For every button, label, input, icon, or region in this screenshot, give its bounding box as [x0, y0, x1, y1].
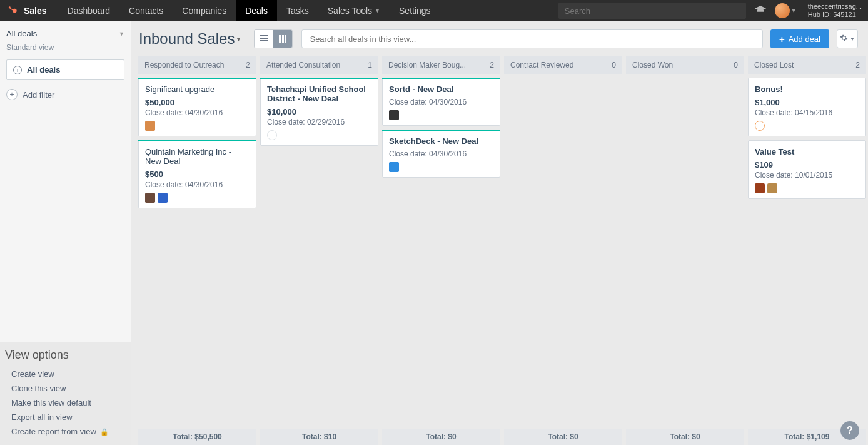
- board-column: Responded to Outreach2Significant upgrad…: [136, 56, 258, 445]
- deal-avatars: [145, 193, 250, 203]
- deal-card[interactable]: SketchDeck - New DealClose date: 04/30/2…: [382, 130, 500, 178]
- alldeals-filter-label: All deals: [27, 65, 60, 74]
- column-body: Significant upgrade$50,000Close date: 04…: [138, 78, 256, 429]
- column-name: Closed Won: [632, 61, 673, 69]
- column-header[interactable]: Decision Maker Boug...2: [382, 56, 500, 74]
- deal-avatars: [267, 130, 371, 140]
- deal-card[interactable]: Significant upgrade$50,000Close date: 04…: [138, 78, 256, 136]
- column-header[interactable]: Closed Won0: [626, 56, 744, 74]
- content-header: Inbound Sales ▾ + Add deal ▼: [131, 21, 868, 56]
- svg-point-0: [13, 9, 17, 13]
- company-avatar-icon: [389, 110, 399, 120]
- user-avatar[interactable]: [775, 3, 790, 18]
- settings-button[interactable]: ▼: [837, 29, 858, 48]
- company-avatar-icon: [145, 121, 155, 131]
- deal-card[interactable]: Bonus!$1,000Close date: 04/15/2016: [748, 78, 866, 136]
- view-selector[interactable]: All deals ▼: [6, 26, 124, 41]
- add-filter-button[interactable]: + Add filter: [0, 80, 131, 109]
- deal-card[interactable]: Tehachapi Unified School District - New …: [260, 78, 378, 146]
- deal-amount: $50,000: [145, 98, 250, 107]
- view-option-report[interactable]: Create report from view🔒: [4, 424, 127, 439]
- card-progress-bar: [260, 78, 378, 79]
- hubspot-logo-icon: [0, 6, 24, 16]
- view-option-create[interactable]: Create view: [4, 367, 127, 381]
- help-button[interactable]: ?: [840, 421, 859, 440]
- deal-title: Bonus!: [755, 84, 859, 94]
- card-progress-bar: [382, 78, 500, 79]
- column-body: Bonus!$1,000Close date: 04/15/2016Value …: [748, 78, 866, 429]
- column-count: 2: [246, 61, 250, 69]
- view-toggle: [254, 29, 293, 48]
- column-count: 0: [734, 61, 738, 69]
- kanban-board: Responded to Outreach2Significant upgrad…: [131, 56, 868, 445]
- nav-salestools[interactable]: Sales Tools▼: [318, 0, 390, 21]
- board-view-button[interactable]: [273, 30, 292, 48]
- column-name: Closed Lost: [754, 61, 794, 69]
- view-options-title: View options: [4, 349, 127, 367]
- chevron-down-icon[interactable]: ▼: [791, 8, 797, 14]
- view-option-default[interactable]: Make this view default: [4, 396, 127, 410]
- column-total: Total: $0: [382, 429, 500, 445]
- deal-close-date: Close date: 02/29/2016: [267, 118, 371, 126]
- loading-avatar-icon: [755, 121, 765, 131]
- board-column: Closed Won0Total: $0: [624, 56, 746, 445]
- column-total: Total: $50,500: [138, 429, 256, 445]
- deal-close-date: Close date: 04/30/2016: [389, 150, 493, 158]
- deal-card[interactable]: Sortd - New DealClose date: 04/30/2016: [382, 78, 500, 126]
- nav-companies[interactable]: Companies: [173, 0, 236, 21]
- deal-title: Significant upgrade: [145, 84, 250, 94]
- view-option-export[interactable]: Export all in view: [4, 410, 127, 424]
- table-view-button[interactable]: [255, 30, 273, 48]
- deal-close-date: Close date: 04/30/2016: [145, 180, 250, 189]
- global-search-input[interactable]: [558, 3, 746, 19]
- brand-label: Sales: [24, 6, 58, 16]
- svg-rect-2: [9, 8, 13, 11]
- deal-amount: $10,000: [267, 107, 371, 116]
- nav-dashboard[interactable]: Dashboard: [58, 0, 120, 21]
- deal-amount: $500: [145, 170, 250, 179]
- board-icon: [279, 35, 286, 43]
- deal-amount: $1,000: [755, 98, 859, 107]
- column-body: Sortd - New DealClose date: 04/30/2016Sk…: [382, 78, 500, 429]
- column-total: Total: $0: [626, 429, 744, 445]
- deal-title: Value Test: [755, 147, 859, 156]
- plus-icon: +: [6, 89, 18, 100]
- deal-close-date: Close date: 04/30/2016: [389, 98, 493, 106]
- pipeline-selector[interactable]: Inbound Sales ▾: [139, 30, 240, 48]
- deal-title: SketchDeck - New Deal: [389, 136, 493, 146]
- view-option-report-label: Create report from view: [11, 427, 96, 436]
- chevron-down-icon: ▼: [850, 36, 855, 42]
- deal-close-date: Close date: 04/30/2016: [145, 108, 250, 117]
- lock-icon: 🔒: [100, 428, 109, 436]
- nav-deals[interactable]: Deals: [236, 0, 277, 21]
- deals-search: [301, 29, 762, 48]
- card-progress-bar: [138, 78, 256, 79]
- academy-icon[interactable]: [755, 5, 766, 16]
- deal-avatars: [389, 110, 493, 120]
- deals-search-input[interactable]: [301, 29, 762, 48]
- column-total: Total: $10: [260, 429, 378, 445]
- add-deal-button[interactable]: + Add deal: [770, 29, 829, 48]
- chevron-down-icon: ▼: [119, 31, 124, 37]
- view-option-clone[interactable]: Clone this view: [4, 381, 127, 396]
- board-column: Decision Maker Boug...2Sortd - New DealC…: [380, 56, 502, 445]
- nav-settings[interactable]: Settings: [390, 0, 440, 21]
- column-header[interactable]: Closed Lost2: [748, 56, 866, 74]
- add-deal-label: Add deal: [789, 34, 820, 44]
- card-progress-bar: [138, 140, 256, 141]
- nav-tasks[interactable]: Tasks: [277, 0, 318, 21]
- column-header[interactable]: Attended Consultation1: [260, 56, 378, 74]
- global-search: [558, 3, 746, 19]
- column-count: 2: [490, 61, 494, 69]
- view-selector-label: All deals: [6, 29, 37, 38]
- alldeals-filter-button[interactable]: i All deals: [6, 59, 124, 80]
- nav-contacts[interactable]: Contacts: [119, 0, 173, 21]
- user-block[interactable]: theeccentricsag... Hub ID: 545121: [800, 3, 868, 19]
- pipeline-title-label: Inbound Sales: [139, 30, 235, 48]
- column-header[interactable]: Contract Reviewed0: [504, 56, 622, 74]
- board-column: Contract Reviewed0Total: $0: [502, 56, 624, 445]
- hubid-label: Hub ID: 545121: [808, 11, 862, 19]
- deal-card[interactable]: Value Test$109Close date: 10/01/2015: [748, 140, 866, 199]
- column-header[interactable]: Responded to Outreach2: [138, 56, 256, 74]
- deal-card[interactable]: Quintain Marketing Inc - New Deal$500Clo…: [138, 140, 256, 208]
